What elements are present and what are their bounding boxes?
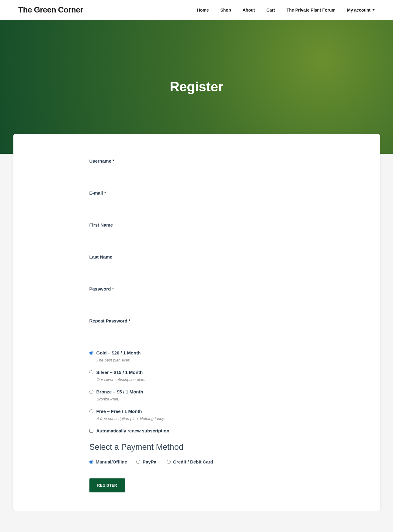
label-lastname: Last Name (89, 254, 304, 259)
radio-payment-card[interactable] (167, 460, 171, 464)
payment-heading: Select a Payment Method (89, 442, 304, 452)
input-lastname[interactable] (89, 265, 304, 275)
nav-cart[interactable]: Cart (266, 8, 275, 12)
radio-plan-silver[interactable] (89, 370, 93, 374)
nav-home[interactable]: Home (197, 8, 209, 12)
nav-account-label: My account (347, 8, 370, 12)
input-firstname[interactable] (89, 233, 304, 243)
field-repeat-password: Repeat Password * (89, 318, 304, 339)
field-lastname: Last Name (89, 254, 304, 275)
field-username: Username * (89, 158, 304, 179)
nav-about[interactable]: About (242, 8, 255, 12)
input-repeat-password[interactable] (89, 329, 304, 339)
plan-option-free: Free – Free / 1 Month A free subscriptio… (89, 409, 304, 421)
auto-renew-row: Automatically renew subscription (89, 428, 304, 433)
checkbox-auto-renew[interactable] (89, 429, 93, 433)
label-email: E-mail * (89, 190, 304, 196)
label-repeat-password: Repeat Password * (89, 318, 304, 323)
register-card: Username * E-mail * First Name Last Name… (13, 134, 380, 511)
plan-label-gold[interactable]: Gold – $20 / 1 Month (96, 350, 141, 355)
radio-payment-paypal[interactable] (136, 460, 140, 464)
payment-label-card: Credit / Debit Card (173, 459, 213, 464)
hero-banner: Register (0, 20, 393, 154)
caret-down-icon (372, 9, 375, 11)
input-username[interactable] (89, 169, 304, 179)
radio-payment-manual[interactable] (89, 460, 93, 464)
plan-option-gold: Gold – $20 / 1 Month The best plan ever. (89, 350, 304, 362)
register-button[interactable]: REGISTER (89, 478, 125, 492)
radio-plan-gold[interactable] (89, 351, 93, 355)
plan-desc-free: A free subscription plan. Nothing fancy. (97, 416, 304, 421)
field-password: Password * (89, 286, 304, 307)
payment-methods: Manual/Offline PayPal Credit / Debit Car… (89, 459, 304, 464)
plan-option-bronze: Bronze – $5 / 1 Month Bronze Plan. (89, 389, 304, 401)
label-username: Username * (89, 158, 304, 164)
label-password: Password * (89, 286, 304, 291)
plan-label-bronze[interactable]: Bronze – $5 / 1 Month (96, 389, 143, 394)
payment-option-paypal[interactable]: PayPal (136, 459, 158, 464)
radio-plan-bronze[interactable] (89, 390, 93, 394)
plan-desc-gold: The best plan ever. (97, 358, 304, 362)
nav-shop[interactable]: Shop (220, 8, 231, 12)
plan-option-silver: Silver – $15 / 1 Month Our silver subscr… (89, 370, 304, 382)
site-brand: The Green Corner (18, 5, 83, 15)
payment-label-paypal: PayPal (143, 459, 158, 464)
label-auto-renew[interactable]: Automatically renew subscription (96, 428, 169, 433)
plan-desc-bronze: Bronze Plan. (97, 397, 304, 401)
payment-option-manual[interactable]: Manual/Offline (89, 459, 127, 464)
label-firstname: First Name (89, 222, 304, 227)
plan-desc-silver: Our silver subscription plan. (97, 377, 304, 382)
field-firstname: First Name (89, 222, 304, 243)
site-header: The Green Corner Home Shop About Cart Th… (0, 0, 393, 20)
radio-plan-free[interactable] (89, 409, 93, 413)
nav-forum[interactable]: The Private Plant Forum (287, 8, 336, 12)
payment-label-manual: Manual/Offline (96, 459, 127, 464)
main-nav: Home Shop About Cart The Private Plant F… (197, 8, 375, 12)
page-title: Register (170, 79, 223, 94)
field-email: E-mail * (89, 190, 304, 211)
input-email[interactable] (89, 201, 304, 211)
payment-option-card[interactable]: Credit / Debit Card (167, 459, 213, 464)
plan-label-free[interactable]: Free – Free / 1 Month (96, 409, 142, 414)
plan-label-silver[interactable]: Silver – $15 / 1 Month (96, 370, 143, 375)
nav-account[interactable]: My account (347, 8, 375, 12)
input-password[interactable] (89, 297, 304, 307)
register-form: Username * E-mail * First Name Last Name… (83, 158, 310, 492)
